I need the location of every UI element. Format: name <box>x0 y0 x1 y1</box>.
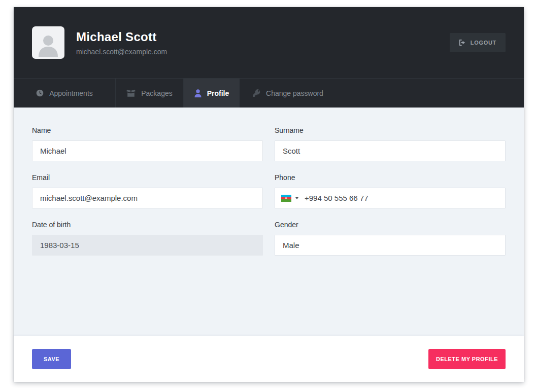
field-date-of-birth: Date of birth <box>32 221 263 256</box>
field-gender: Gender <box>275 221 506 256</box>
phone-value: +994 50 555 66 77 <box>305 194 368 202</box>
tab-label: Packages <box>141 89 172 97</box>
email-input[interactable] <box>32 188 263 208</box>
phone-input[interactable]: +994 50 555 66 77 <box>275 188 506 208</box>
profile-page-card: Michael Scott michael.scott@example.com … <box>14 7 524 382</box>
form-footer: SAVE DELETE MY PROFILE <box>14 336 524 382</box>
tab-bar: Appointments Packages Profile <box>14 78 524 108</box>
user-identity: Michael Scott michael.scott@example.com <box>76 30 167 56</box>
user-icon <box>194 89 202 97</box>
clock-icon <box>36 89 44 97</box>
logout-button[interactable]: LOGOUT <box>450 33 506 52</box>
tab-label: Profile <box>207 89 229 97</box>
field-phone: Phone +994 50 555 66 77 <box>275 173 506 208</box>
field-name: Name <box>32 126 263 161</box>
azerbaijan-flag-icon <box>281 195 291 202</box>
tab-profile[interactable]: Profile <box>184 79 240 108</box>
sign-out-icon <box>459 39 466 46</box>
avatar <box>32 26 64 59</box>
person-silhouette-icon <box>38 33 59 59</box>
surname-input[interactable] <box>275 140 506 161</box>
name-label: Name <box>32 126 263 134</box>
user-name: Michael Scott <box>76 30 167 44</box>
user-email: michael.scott@example.com <box>76 48 167 56</box>
tab-packages[interactable]: Packages <box>116 79 184 108</box>
field-surname: Surname <box>275 126 506 161</box>
field-email: Email <box>32 173 263 208</box>
date-of-birth-label: Date of birth <box>32 221 263 229</box>
key-icon <box>253 89 260 97</box>
name-input[interactable] <box>32 140 263 161</box>
tab-change-password[interactable]: Change password <box>240 79 337 108</box>
gender-label: Gender <box>275 221 506 229</box>
package-icon <box>126 89 136 97</box>
date-of-birth-input <box>32 235 263 256</box>
tab-label: Appointments <box>49 89 93 97</box>
gender-select[interactable] <box>275 235 506 256</box>
tab-label: Change password <box>266 89 323 97</box>
profile-form: Name Surname Email Phone +994 50 555 66 … <box>14 108 524 336</box>
user-header: Michael Scott michael.scott@example.com … <box>14 7 524 78</box>
surname-label: Surname <box>275 126 506 134</box>
chevron-down-icon[interactable] <box>295 197 298 199</box>
delete-profile-button[interactable]: DELETE MY PROFILE <box>428 349 506 369</box>
email-label: Email <box>32 173 263 182</box>
logout-label: LOGOUT <box>471 40 496 46</box>
save-button[interactable]: SAVE <box>32 349 71 369</box>
tab-appointments[interactable]: Appointments <box>14 79 116 108</box>
phone-label: Phone <box>275 173 506 182</box>
